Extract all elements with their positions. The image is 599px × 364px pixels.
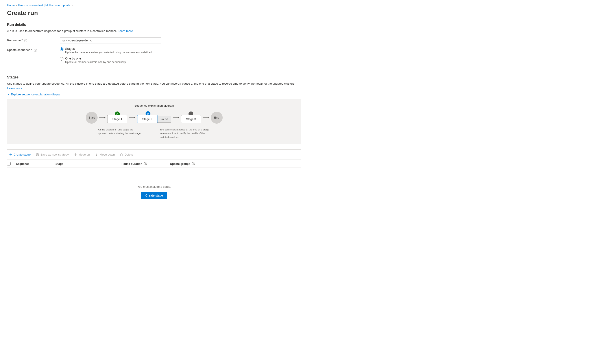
required-star2: * xyxy=(31,48,32,52)
breadcrumb-home[interactable]: Home xyxy=(7,3,15,7)
diagram-label-2: You can insert a pause at the end of a s… xyxy=(160,128,210,139)
toolbar-move-up-label: Move up xyxy=(78,153,90,156)
diagram-title: Sequence explanation diagram xyxy=(14,104,294,107)
move-down-icon xyxy=(95,153,98,156)
run-name-row: Run name * i xyxy=(7,37,301,44)
diagram-stage2-box: Stage 2 xyxy=(137,115,158,123)
diagram-label-1: All the clusters in one stage are update… xyxy=(98,128,142,139)
diagram-toggle-label: Explore sequence explanation diagram xyxy=(11,93,62,96)
stages-desc: Use stages to define your update sequenc… xyxy=(7,81,301,90)
radio-stages-option[interactable]: Stages Update the member clusters you se… xyxy=(60,47,153,54)
breadcrumb: Home › fleet-consistent-test | Multi-clu… xyxy=(7,3,301,7)
radio-stages-label: Stages xyxy=(65,47,153,51)
create-stage-button[interactable]: Create stage xyxy=(141,192,167,199)
table-header-pause: Pause duration i xyxy=(122,162,170,166)
toolbar-move-up-button[interactable]: Move up xyxy=(72,152,92,157)
pause-duration-info-icon[interactable]: i xyxy=(144,162,147,165)
svg-rect-15 xyxy=(121,154,123,156)
run-name-input[interactable] xyxy=(60,37,161,44)
diagram-toggle[interactable]: ▲ Explore sequence explanation diagram xyxy=(7,93,62,96)
diagram-start-circle: Start xyxy=(86,112,97,124)
breadcrumb-fleet[interactable]: fleet-consistent-test | Multi-cluster up… xyxy=(18,3,70,7)
run-details-desc-text: A run is used to orchestrate upgrades fo… xyxy=(7,29,117,33)
diagram-stage3-box: Stage 3 xyxy=(181,115,201,123)
required-star: * xyxy=(22,39,23,42)
radio-oneone-label: One by one xyxy=(65,57,126,60)
chevron-up-icon: ▲ xyxy=(7,93,9,96)
save-icon xyxy=(36,153,39,156)
run-details-section: Run details A run is used to orchestrate… xyxy=(7,23,301,64)
table-empty-state: You must include a stage. Create stage xyxy=(7,168,301,208)
plus-icon xyxy=(9,153,12,156)
toolbar-delete-label: Delete xyxy=(124,153,133,156)
table-header-sequence: Sequence xyxy=(16,162,55,166)
update-sequence-row: Update sequence * i Stages Update the me… xyxy=(7,47,301,64)
diagram-pause-box: Pause xyxy=(157,116,171,123)
svg-rect-11 xyxy=(37,154,38,154)
table-select-all-checkbox[interactable] xyxy=(7,162,10,166)
diagram-stage1-node: ✓ Stage 1 xyxy=(107,112,127,123)
stages-title: Stages xyxy=(7,75,301,79)
stages-desc-text: Use stages to define your update sequenc… xyxy=(7,82,295,85)
svg-rect-12 xyxy=(36,155,38,156)
toolbar-create-stage-button[interactable]: Create stage xyxy=(7,152,33,157)
toolbar-delete-button[interactable]: Delete xyxy=(118,152,135,157)
stages-section: Stages Use stages to define your update … xyxy=(7,75,301,208)
radio-stages-sublabel: Update the member clusters you selected … xyxy=(65,51,153,54)
diagram-end-circle: End xyxy=(211,112,223,124)
toolbar-move-down-label: Move down xyxy=(99,153,115,156)
radio-stages-input[interactable] xyxy=(60,47,63,51)
arrow-2 xyxy=(127,116,137,119)
toolbar-save-strategy-button[interactable]: Save as new strategy xyxy=(34,152,71,157)
diagram-end-node: End xyxy=(211,112,223,124)
diagram-stage1-box: Stage 1 xyxy=(107,115,127,123)
toolbar: Create stage Save as new strategy Move u… xyxy=(7,149,301,160)
arrow-3 xyxy=(171,116,181,119)
toolbar-save-strategy-label: Save as new strategy xyxy=(40,153,69,156)
arrow-4 xyxy=(201,116,211,119)
diagram-stage2-node: ↻ Stage 2 Pause xyxy=(137,112,171,123)
svg-marker-5 xyxy=(178,117,179,119)
table-header: Sequence Stage Pause duration i Update g… xyxy=(7,160,301,168)
toolbar-create-stage-label: Create stage xyxy=(14,153,31,156)
section-divider xyxy=(7,69,301,69)
run-details-title: Run details xyxy=(7,23,301,27)
diagram-flow: Start ✓ Stage 1 xyxy=(14,112,294,124)
page-title-row: Create run ... xyxy=(7,9,301,17)
update-sequence-label: Update sequence * i xyxy=(7,47,60,52)
ellipsis-button[interactable]: ... xyxy=(40,10,46,16)
move-up-icon xyxy=(74,153,77,156)
radio-oneone-sublabel: Update all member clusters one by one se… xyxy=(65,61,126,64)
svg-marker-7 xyxy=(208,117,209,119)
stages-learn-more[interactable]: Learn more xyxy=(7,87,22,90)
arrow-1 xyxy=(97,116,107,119)
svg-marker-1 xyxy=(104,117,106,119)
diagram-start-node: Start xyxy=(86,112,97,124)
run-name-label: Run name * i xyxy=(7,37,60,42)
diagram-box: Sequence explanation diagram Start ✓ Sta… xyxy=(7,99,301,144)
radio-oneone-input[interactable] xyxy=(60,57,63,61)
diagram-stage3-node: Stage 3 xyxy=(181,112,201,123)
stages-table: Sequence Stage Pause duration i Update g… xyxy=(7,160,301,208)
run-details-desc: A run is used to orchestrate upgrades fo… xyxy=(7,29,301,33)
table-header-stage: Stage xyxy=(55,162,122,166)
toolbar-move-down-button[interactable]: Move down xyxy=(93,152,117,157)
radio-oneone-option[interactable]: One by one Update all member clusters on… xyxy=(60,57,153,64)
page-title: Create run xyxy=(7,9,38,17)
update-groups-info-icon[interactable]: i xyxy=(192,162,195,165)
update-sequence-info-icon[interactable]: i xyxy=(34,49,37,52)
run-name-info-icon[interactable]: i xyxy=(24,39,27,42)
breadcrumb-sep2: › xyxy=(71,4,72,7)
svg-marker-3 xyxy=(134,117,135,119)
delete-icon xyxy=(120,153,123,156)
table-header-checkbox-cell xyxy=(7,162,16,166)
table-header-groups: Update groups i xyxy=(170,162,219,166)
update-sequence-radio-group: Stages Update the member clusters you se… xyxy=(60,47,153,64)
empty-state-text: You must include a stage. xyxy=(137,185,171,188)
run-details-learn-more[interactable]: Learn more xyxy=(118,29,133,33)
breadcrumb-sep1: › xyxy=(16,4,17,7)
